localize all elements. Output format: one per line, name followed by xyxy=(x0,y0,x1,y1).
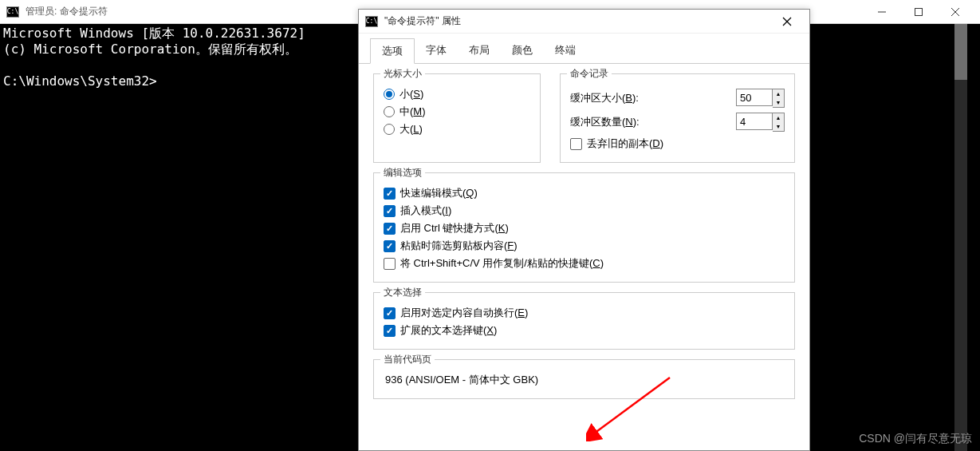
radio-medium[interactable] xyxy=(384,106,395,117)
filter-paste-label: 粘贴时筛选剪贴板内容(F) xyxy=(400,239,518,253)
buffer-size-label: 缓冲区大小(B): xyxy=(570,91,736,105)
svg-rect-1 xyxy=(915,8,923,15)
ctrl-keys-checkbox[interactable] xyxy=(384,223,396,235)
text-group-title: 文本选择 xyxy=(380,286,425,299)
history-group-title: 命令记录 xyxy=(567,67,612,81)
tab-layout[interactable]: 布局 xyxy=(458,38,501,63)
insert-mode-checkbox[interactable] xyxy=(384,205,396,217)
spinner-down[interactable]: ▼ xyxy=(773,122,784,131)
filter-paste-row[interactable]: 粘贴时筛选剪贴板内容(F) xyxy=(384,239,785,253)
csv-shortcut-checkbox[interactable] xyxy=(384,258,396,270)
buffer-count-spinner[interactable]: ▲▼ xyxy=(736,113,785,132)
spinner-up[interactable]: ▲ xyxy=(773,89,784,98)
cursor-medium-row[interactable]: 中(M) xyxy=(384,105,530,119)
quick-edit-label: 快速编辑模式(Q) xyxy=(400,186,478,200)
ext-select-row[interactable]: 扩展的文本选择键(X) xyxy=(384,323,785,338)
buffer-size-input[interactable] xyxy=(736,89,773,106)
wrap-checkbox[interactable] xyxy=(384,307,396,319)
cursor-small-label: 小(S) xyxy=(399,87,423,101)
buffer-count-input[interactable] xyxy=(736,113,773,130)
minimize-button[interactable] xyxy=(864,0,900,24)
radio-large[interactable] xyxy=(384,124,395,135)
codepage-group: 当前代码页 936 (ANSI/OEM - 简体中文 GBK) xyxy=(373,359,795,399)
tab-color[interactable]: 颜色 xyxy=(501,38,544,63)
ext-select-label: 扩展的文本选择键(X) xyxy=(400,323,497,338)
insert-mode-label: 插入模式(I) xyxy=(400,204,451,218)
cursor-large-row[interactable]: 大(L) xyxy=(384,122,530,136)
text-select-group: 文本选择 启用对选定内容自动换行(E) 扩展的文本选择键(X) xyxy=(373,292,795,350)
cmd-icon: C:\ xyxy=(6,6,19,18)
scrollbar[interactable] xyxy=(954,24,967,451)
cursor-size-group: 光标大小 小(S) 中(M) 大(L) xyxy=(373,73,541,163)
ctrl-keys-label: 启用 Ctrl 键快捷方式(K) xyxy=(400,221,509,235)
window-controls xyxy=(864,0,974,24)
dialog-titlebar: C:\ "命令提示符" 属性 xyxy=(359,10,809,34)
edit-options-group: 编辑选项 快速编辑模式(Q) 插入模式(I) 启用 Ctrl 键快捷方式(K) … xyxy=(373,172,795,283)
maximize-button[interactable] xyxy=(900,0,937,24)
discard-checkbox[interactable] xyxy=(570,138,582,150)
tab-bar: 选项 字体 布局 颜色 终端 xyxy=(359,34,809,64)
ctrl-keys-row[interactable]: 启用 Ctrl 键快捷方式(K) xyxy=(384,221,785,235)
spinner-up[interactable]: ▲ xyxy=(773,113,784,122)
cursor-large-label: 大(L) xyxy=(399,122,423,136)
command-history-group: 命令记录 缓冲区大小(B): ▲▼ 缓冲区数量(N): ▲▼ xyxy=(560,73,795,163)
dialog-body: 光标大小 小(S) 中(M) 大(L) 命令记录 缓冲区大小(B): xyxy=(359,64,809,418)
tab-font[interactable]: 字体 xyxy=(415,38,458,63)
buffer-count-label: 缓冲区数量(N): xyxy=(570,115,736,129)
cursor-small-row[interactable]: 小(S) xyxy=(384,87,530,101)
tab-options[interactable]: 选项 xyxy=(370,38,415,64)
radio-small[interactable] xyxy=(384,89,395,100)
watermark: CSDN @闫有尽意无琼 xyxy=(859,432,972,446)
code-group-title: 当前代码页 xyxy=(380,353,435,366)
dialog-title: "命令提示符" 属性 xyxy=(384,14,461,28)
scrollbar-thumb[interactable] xyxy=(954,24,967,80)
insert-mode-row[interactable]: 插入模式(I) xyxy=(384,204,785,218)
discard-label: 丢弃旧的副本(D) xyxy=(587,136,663,151)
wrap-label: 启用对选定内容自动换行(E) xyxy=(400,306,528,320)
spinner-down[interactable]: ▼ xyxy=(773,98,784,107)
cmd-icon: C:\ xyxy=(365,16,378,27)
cursor-medium-label: 中(M) xyxy=(399,105,426,119)
filter-paste-checkbox[interactable] xyxy=(384,240,396,252)
ext-select-checkbox[interactable] xyxy=(384,325,396,337)
buffer-size-spinner[interactable]: ▲▼ xyxy=(736,89,785,108)
codepage-value: 936 (ANSI/OEM - 简体中文 GBK) xyxy=(384,370,785,390)
dialog-close-button[interactable] xyxy=(771,10,803,33)
terminal-line1: Microsoft Windows [版本 10.0.22631.3672] xyxy=(3,26,305,41)
quick-edit-row[interactable]: 快速编辑模式(Q) xyxy=(384,186,785,200)
terminal-title: 管理员: 命令提示符 xyxy=(26,5,108,18)
close-button[interactable] xyxy=(937,0,974,24)
terminal-prompt: C:\Windows\System32> xyxy=(3,73,157,89)
cursor-group-title: 光标大小 xyxy=(380,67,425,81)
terminal-line2: (c) Microsoft Corporation。保留所有权利。 xyxy=(3,42,297,57)
edit-group-title: 编辑选项 xyxy=(380,166,425,180)
csv-shortcut-row[interactable]: 将 Ctrl+Shift+C/V 用作复制/粘贴的快捷键(C) xyxy=(384,256,785,271)
wrap-row[interactable]: 启用对选定内容自动换行(E) xyxy=(384,306,785,320)
csv-shortcut-label: 将 Ctrl+Shift+C/V 用作复制/粘贴的快捷键(C) xyxy=(400,256,604,271)
tab-terminal[interactable]: 终端 xyxy=(544,38,587,63)
discard-old-row[interactable]: 丢弃旧的副本(D) xyxy=(570,136,785,151)
properties-dialog: C:\ "命令提示符" 属性 选项 字体 布局 颜色 终端 光标大小 小(S) … xyxy=(358,9,810,451)
quick-edit-checkbox[interactable] xyxy=(384,188,396,200)
